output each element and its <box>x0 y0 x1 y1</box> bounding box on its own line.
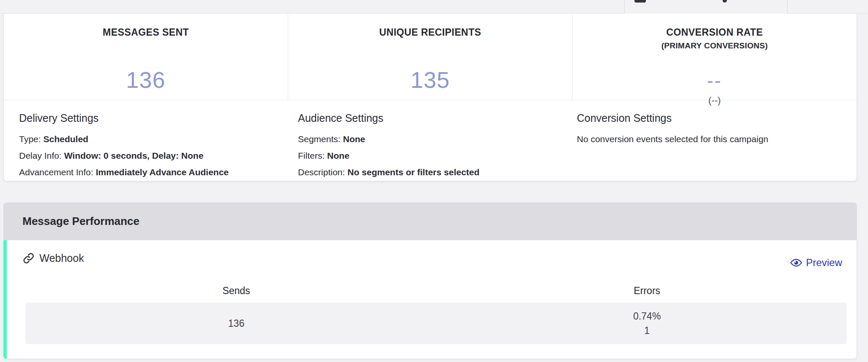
channel-name: Webhook <box>39 252 84 264</box>
setting-value: None <box>327 151 350 161</box>
errors-cell: 0.74% 1 <box>436 303 847 344</box>
setting-value: Immediately Advance Audience <box>96 167 229 177</box>
setting-label: Advancement Info: <box>19 167 96 177</box>
stat-value: 135 <box>288 67 572 93</box>
sends-value: 136 <box>228 316 244 331</box>
channel-head: Webhook <box>23 252 84 264</box>
preview-label: Preview <box>806 257 842 269</box>
clipped-button-text-fragment <box>723 0 727 3</box>
stat-title: UNIQUE RECIPIENTS <box>288 27 572 38</box>
section-heading: Delivery Settings <box>19 112 298 125</box>
column-header-sends: Sends <box>25 285 436 295</box>
stats-row: MESSAGES SENT 136 UNIQUE RECIPIENTS 135 … <box>4 14 857 100</box>
stat-unique-recipients: UNIQUE RECIPIENTS 135 <box>288 14 572 100</box>
errors-count-value: 1 <box>644 323 650 338</box>
setting-label: Description: <box>298 167 348 177</box>
top-strip <box>0 0 868 14</box>
message-performance-table: Sends Errors 136 0.74% 1 <box>25 285 847 344</box>
webhook-channel-card: Webhook Preview Sends Errors 136 0.74% 1 <box>3 240 857 359</box>
setting-value: No segments or filters selected <box>348 167 480 177</box>
stat-messages-sent: MESSAGES SENT 136 <box>4 14 288 100</box>
stat-subtitle: (PRIMARY CONVERSIONS) <box>573 41 857 51</box>
setting-value: Window: 0 seconds, Delay: None <box>64 151 203 161</box>
setting-label: Filters: <box>298 151 327 161</box>
setting-row-type: Type: Scheduled <box>19 131 298 147</box>
setting-row-delay-info: Delay Info: Window: 0 seconds, Delay: No… <box>19 147 298 164</box>
stat-conversion-rate: CONVERSION RATE (PRIMARY CONVERSIONS) --… <box>572 14 857 100</box>
campaign-summary-card: MESSAGES SENT 136 UNIQUE RECIPIENTS 135 … <box>3 14 857 181</box>
eye-icon <box>790 258 802 267</box>
setting-label: Type: <box>19 134 43 144</box>
setting-label: Delay Info: <box>19 151 64 161</box>
message-performance-title: Message Performance <box>22 215 139 228</box>
setting-row-advancement-info: Advancement Info: Immediately Advance Au… <box>19 164 298 180</box>
setting-row-filters: Filters: None <box>298 147 577 164</box>
conversion-settings-note: No conversion events selected for this c… <box>577 131 856 147</box>
setting-label: Segments: <box>298 134 343 144</box>
column-header-errors: Errors <box>436 285 847 295</box>
stat-title: CONVERSION RATE <box>573 27 857 38</box>
stat-value: -- <box>573 70 857 91</box>
stat-value: 136 <box>4 67 288 93</box>
conversion-settings-section: Conversion Settings No conversion events… <box>577 112 856 181</box>
stat-secondary-value: (--) <box>573 95 857 106</box>
setting-value: Scheduled <box>43 134 88 144</box>
section-heading: Audience Settings <box>298 112 577 125</box>
message-performance-header: Message Performance <box>3 202 857 240</box>
audience-settings-section: Audience Settings Segments: None Filters… <box>298 112 577 181</box>
section-heading: Conversion Settings <box>577 112 856 125</box>
setting-value: None <box>343 134 365 144</box>
setting-row-segments: Segments: None <box>298 131 577 147</box>
clipped-button-icon <box>634 0 646 3</box>
sends-cell: 136 <box>25 303 436 344</box>
setting-row-description: Description: No segments or filters sele… <box>298 164 577 180</box>
preview-button[interactable]: Preview <box>790 257 842 269</box>
errors-rate-value: 0.74% <box>633 309 661 323</box>
table-header-row: Sends Errors <box>25 285 847 295</box>
delivery-settings-section: Delivery Settings Type: Scheduled Delay … <box>19 112 298 181</box>
settings-row: Delivery Settings Type: Scheduled Delay … <box>4 100 857 181</box>
clipped-toolbar-button[interactable] <box>624 0 787 14</box>
link-icon <box>23 253 34 264</box>
table-data-row: 136 0.74% 1 <box>25 303 847 344</box>
stat-title: MESSAGES SENT <box>4 27 288 38</box>
